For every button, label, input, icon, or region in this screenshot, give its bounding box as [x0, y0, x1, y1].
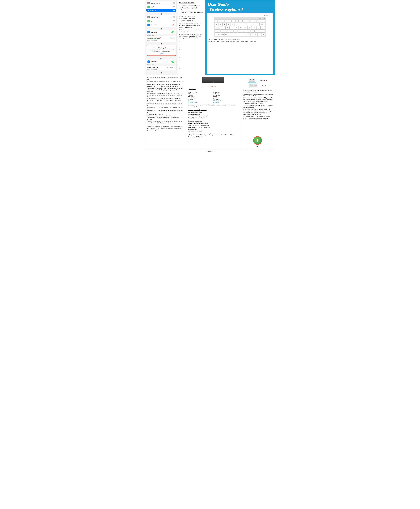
key-colon[interactable]: :; — [251, 33, 254, 36]
key-t[interactable]: T — [235, 23, 239, 26]
key-u[interactable]: U — [243, 23, 247, 26]
key-control[interactable]: control — [217, 33, 221, 36]
info-icon[interactable]: i — [173, 67, 175, 68]
bluetooth-toggle-row-6: Bluetooth — [146, 60, 176, 64]
key-f6[interactable]: 6 — [235, 19, 239, 23]
key-q[interactable]: Q — [219, 23, 223, 26]
key-f9[interactable]: 9 — [246, 19, 249, 23]
key-e[interactable]: E — [227, 23, 231, 26]
key-a[interactable]: A — [221, 26, 225, 29]
pairing-box: Bluetooth Pairing Request Enter the code… — [147, 46, 176, 56]
key-lt[interactable]: < — [251, 30, 255, 32]
key-p[interactable]: P — [255, 23, 259, 26]
key-m[interactable]: M — [246, 30, 250, 32]
key-g[interactable]: G — [239, 26, 243, 29]
key-s[interactable]: S — [225, 26, 230, 29]
caption-4: (4) — [146, 43, 176, 45]
airplane-label: Airplane Mode — [151, 2, 172, 4]
key-capslock[interactable]: caps lock — [215, 26, 221, 29]
key-h[interactable]: H — [243, 26, 247, 29]
caption-2: (2) — [146, 13, 176, 15]
key-enter[interactable]: enterreturn — [259, 23, 265, 26]
key-k[interactable]: K — [252, 26, 256, 29]
key-l[interactable]: L — [256, 26, 261, 29]
key-delete[interactable]: delete — [260, 19, 265, 23]
key-shift-right[interactable]: shift — [259, 30, 265, 32]
bluetooth-toggle-4[interactable] — [171, 31, 175, 33]
dot-item — [181, 59, 203, 62]
key-quote[interactable]: "' — [261, 26, 265, 29]
caution-label: Caution — [209, 41, 213, 42]
key-f1[interactable]: 1 — [218, 19, 221, 23]
ios-screenshot-6: Bluetooth DEVICES ◎ Bluetooth Keyboard C… — [146, 60, 176, 71]
key-f12[interactable]: 12 — [257, 19, 260, 23]
key-right[interactable]: ▶ — [262, 33, 265, 36]
key-j[interactable]: J — [248, 26, 252, 29]
overview-item: ⏮ PrevTrack — [213, 92, 239, 93]
pairing-bullet-empty-5 — [244, 128, 273, 130]
bluetooth-toggle-row-4: Bluetooth — [146, 30, 176, 34]
key-x[interactable]: X — [225, 30, 229, 32]
usb-connector-correct: 🔌 — [262, 85, 263, 87]
key-o[interactable]: O — [251, 23, 255, 26]
fn-bold: fn — [188, 104, 189, 106]
key-d[interactable]: D — [230, 26, 234, 29]
fcc-condition-2: 2. This device must accept any interfere… — [179, 33, 203, 39]
key-fn[interactable]: fn — [215, 33, 217, 36]
keyboard-diagram: ○○○○◎ □ 1 2 3 4 5 6 7 8 9 — [209, 17, 271, 37]
key-updown[interactable]: ▲ ▼ — [258, 33, 261, 36]
airplane-toggle[interactable] — [172, 2, 175, 4]
settings-caption: ( 1 ) — [242, 146, 273, 147]
user-guide-panel: User Guide Wireless Keyboard Model:K101W… — [205, 0, 275, 75]
key-r[interactable]: R — [231, 23, 235, 26]
dc-input-container: ↑ DC 5V, Input — [202, 83, 224, 87]
key-f4[interactable]: 4 — [228, 19, 232, 23]
key-v[interactable]: V — [233, 30, 237, 32]
step1-item-5: a) Locate micro-USB cable from the packa… — [188, 132, 239, 134]
key-f7[interactable]: 7 — [239, 19, 242, 23]
key-n[interactable]: N — [242, 30, 246, 32]
step1-item-1: 1. The keyboard arrives partial charged — [188, 124, 239, 126]
key-f5[interactable]: 5 — [232, 19, 235, 23]
airplane-toggle-3[interactable] — [172, 16, 175, 18]
bt-keyboard-chip[interactable]: Bluetooth Keyboard — [148, 37, 161, 39]
now-discoverable-6: Now Discoverable — [146, 69, 176, 71]
key-cmd-left[interactable]: cmd — [225, 33, 228, 36]
pairing-cancel-button[interactable]: Cancel — [148, 53, 175, 54]
key-z[interactable]: Z — [221, 30, 225, 32]
key-space[interactable] — [228, 33, 247, 36]
key-gt[interactable]: > — [255, 30, 259, 32]
key-tab[interactable]: tab — [215, 23, 218, 26]
key-f2[interactable]: 2 — [221, 19, 224, 23]
step1-item-7: (Recommend: 5V/1A input) — [188, 136, 239, 138]
key-left[interactable]: ◀ — [254, 33, 257, 36]
key-y[interactable]: Y — [239, 23, 243, 26]
key-b[interactable]: B — [238, 30, 242, 32]
key-i[interactable]: I — [247, 23, 251, 26]
key-c[interactable]: C — [229, 30, 233, 32]
spec-item: 6) Sleep current: <0.1mA — [181, 20, 203, 22]
key-f8[interactable]: 8 — [242, 19, 246, 23]
bluetooth-icon-3 — [148, 24, 150, 26]
key-f[interactable]: F — [234, 26, 238, 29]
pairing-bullet-empty-1 — [244, 120, 273, 122]
overview-item: 🔊 Volume + — [213, 99, 239, 100]
bluetooth-toggle-6[interactable] — [171, 61, 175, 63]
key-esc[interactable]: □ — [215, 19, 217, 23]
step1-item-3: (Solid green LED) — [188, 128, 239, 130]
key-option[interactable]: option — [221, 33, 224, 36]
spec-item: 2) Range of Frequency: 2.4GHz Spectrum — [181, 7, 203, 11]
usb-key-2: P — [252, 79, 255, 80]
key-shift-left[interactable]: shift — [215, 30, 221, 32]
dot-item — [181, 67, 203, 70]
key-f11[interactable]: 11 — [253, 19, 256, 23]
key-f10[interactable]: 10 — [250, 19, 253, 23]
key-question[interactable]: ?/ — [247, 33, 250, 36]
led-item-2: Red LED on: Charging — [188, 113, 239, 115]
key-f3[interactable]: 3 — [225, 19, 228, 23]
wifi-icon-3 — [148, 20, 150, 22]
usb-key-space-2 — [250, 86, 257, 87]
airplane-mode-row-2: ✈ Airplane Mode — [146, 1, 176, 5]
usb-connectors-wrong: 🔌 ⬜⬛ — [260, 79, 265, 81]
key-w[interactable]: W — [223, 23, 227, 26]
